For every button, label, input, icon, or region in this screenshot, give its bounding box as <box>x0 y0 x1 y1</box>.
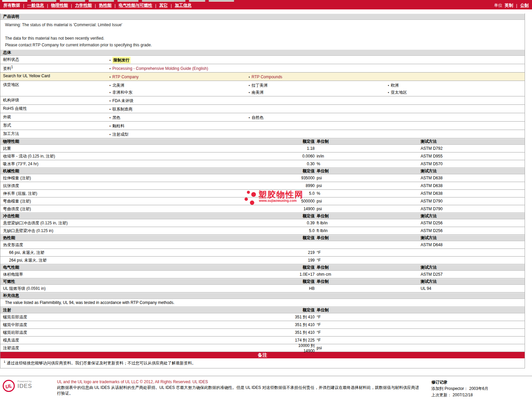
section-title: 热性能 <box>0 235 290 241</box>
property-unit: psi <box>315 199 421 204</box>
nav-tab-7[interactable]: 其它 <box>159 3 168 8</box>
ul-ides-link[interactable]: UL IDES <box>193 379 208 384</box>
bullet-icon: • <box>108 74 112 81</box>
property-value: 219 <box>290 250 315 255</box>
ides-brand-label: IDES <box>17 383 32 390</box>
column-header-unit: 单位制 <box>315 139 421 144</box>
row-label: 机构评级 <box>0 96 108 103</box>
property-value: 174 到 225 <box>290 338 315 343</box>
tab-top-segment <box>60 0 85 2</box>
section-header-product-description: 产品说明 <box>0 13 525 20</box>
property-test-method: ASTM D638 <box>421 176 525 180</box>
section-title: 机械性能 <box>0 168 290 174</box>
column-header-method: 测试方法 <box>421 279 525 284</box>
property-name: 螺筒前部温度 <box>0 330 290 336</box>
nav-tab-4[interactable]: 力学性能 <box>75 3 92 8</box>
description-line: Warning: The status of this material is … <box>0 21 525 28</box>
unit-options: 英制|公制 <box>505 3 529 8</box>
unit-option-2[interactable]: 公制 <box>520 3 529 8</box>
column-header-value: 额定值 <box>290 279 315 284</box>
column-header-value: 额定值 <box>290 139 315 144</box>
notes-bar: 备注 <box>0 352 525 358</box>
link-item[interactable]: Processing - Comprehensive Molding Guide… <box>112 65 208 72</box>
row-label: 外观 <box>0 113 108 120</box>
revision-record: 修订记录 添加到 Prospector： 2003年6月 上次更新： 2007/… <box>431 379 529 398</box>
property-row: 无缺口悬臂梁冲击 (0.125 in)5.0ft·lb/inASTM D256 <box>0 227 525 235</box>
value-column: •北美洲•非洲和中东 <box>108 81 247 96</box>
value-column: •黑色 <box>108 113 247 121</box>
column-header-unit: 单位制 <box>315 265 421 270</box>
property-row: 注塑温度10000 到 14900psi <box>0 344 525 352</box>
trademark-text: UL and the UL logo are trademarks of UL … <box>57 379 193 384</box>
footer-disclaimer: 此数据表中的信息由 UL IDES 从该材料的生产商处获得。UL IDES 尽最… <box>57 385 423 396</box>
general-row: 外观•黑色•自然色 <box>0 113 525 122</box>
nav-separator: | <box>115 3 116 8</box>
tab-top-segment <box>89 0 114 2</box>
section-header-6: 可燃性额定值单位制测试方法 <box>0 278 525 285</box>
unit-option-1[interactable]: 英制 <box>505 3 513 8</box>
property-name: 弯曲模量 (注塑) <box>0 198 290 204</box>
tab-top-segment <box>142 0 185 2</box>
value-item: 黑色 <box>112 114 120 121</box>
property-unit: % <box>315 162 421 166</box>
bullet-icon: • <box>108 89 112 96</box>
property-unit: in/in <box>315 154 421 159</box>
property-note: (0.125 in, 注塑) <box>39 221 68 225</box>
nav-tab-5[interactable]: 热性能 <box>99 3 112 8</box>
column-header-method: 测试方法 <box>421 213 525 219</box>
property-value: 0.39 <box>290 221 315 225</box>
link-item[interactable]: RTP Company <box>112 74 139 80</box>
property-unit: °F <box>315 338 421 343</box>
nav-tab-6[interactable]: 电气性能与可燃性 <box>119 3 152 8</box>
column-header-method: 测试方法 <box>421 235 525 241</box>
property-note: (注塑) <box>19 199 31 204</box>
property-note: (73°F, 24 hr) <box>15 162 39 166</box>
property-unit: psi <box>315 176 421 180</box>
value-item: 注射成型 <box>112 131 128 138</box>
row-label: 资料1 <box>0 64 108 72</box>
notes-bar-label: 备注 <box>258 352 267 358</box>
property-row: 拉伸模量 (注塑)935000psiASTM D638 <box>0 174 525 182</box>
general-row: 形式•颗粒料 <box>0 122 525 130</box>
property-name: 无缺口悬臂梁冲击 (0.125 in) <box>0 228 290 234</box>
property-value: 8990 <box>290 183 315 188</box>
property-unit: ft·lb/in <box>315 228 421 233</box>
property-unit: psi <box>315 346 421 350</box>
column-header-value: 额定值 <box>290 265 315 270</box>
value-item: 北美洲 <box>112 82 124 89</box>
bullet-line: •RTP Compounds <box>247 74 525 81</box>
unit-separator: | <box>516 3 517 8</box>
value-item: 非洲和中东 <box>112 89 132 96</box>
property-name: 66 psi, 未退火, 注塑 <box>0 250 290 256</box>
column-header-method: 测试方法 <box>421 168 525 174</box>
description-line <box>0 28 525 35</box>
property-row: 螺筒前部温度351 到 410°F <box>0 329 525 337</box>
added-label: 添加到 Prospector： <box>431 386 468 391</box>
property-test-method: ASTM D955 <box>421 154 525 159</box>
description-line: Please contact RTP Company for current i… <box>0 42 525 48</box>
footnote-ref: 1 <box>11 65 13 69</box>
section-title: 电气性能 <box>0 265 290 270</box>
property-name: 悬壁梁缺口冲击强度 (0.125 in, 注塑) <box>0 220 290 226</box>
property-value: 0.30 <box>290 162 315 166</box>
link-item[interactable]: RTP Compounds <box>252 74 282 80</box>
property-row: 悬壁梁缺口冲击强度 (0.125 in, 注塑)0.39ft·lb/inASTM… <box>0 219 525 227</box>
nav-separator: | <box>171 3 172 8</box>
property-row: 收缩率 - 流动 (0.125 in, 注塑)0.0060in/inASTM D… <box>0 152 525 160</box>
nav-tab-3[interactable]: 物理性能 <box>51 3 68 8</box>
property-test-method: ASTM D648 <box>421 242 525 247</box>
property-note: (屈服, 注塑) <box>15 191 37 196</box>
bullet-icon: • <box>247 74 252 81</box>
row-label: 形式 <box>0 122 108 128</box>
property-row: 螺筒后部温度351 到 410°F <box>0 313 525 321</box>
bullet-icon: • <box>108 131 112 138</box>
nav-tab-8[interactable]: 加工信息 <box>175 3 192 8</box>
nav-tab-1[interactable]: 所有数据 <box>3 3 20 8</box>
section-header-2: 机械性能额定值单位制测试方法 <box>0 168 525 174</box>
property-note: (注塑) <box>19 176 31 180</box>
value-item: 颗粒料 <box>112 123 124 129</box>
property-test-method: ASTM D570 <box>421 162 525 166</box>
revision-added: 添加到 Prospector： 2003年6月 <box>431 386 529 392</box>
nav-tab-2[interactable]: 一般信息 <box>27 3 44 8</box>
value-item: 自然色 <box>252 114 264 121</box>
